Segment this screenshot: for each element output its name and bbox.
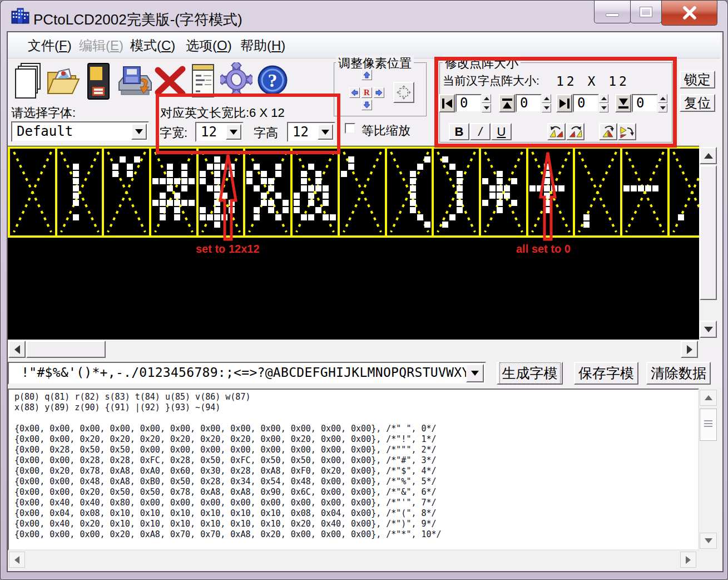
right-arrow-icon xyxy=(375,89,383,96)
move-left-button[interactable] xyxy=(349,87,360,98)
lcd-cell-6[interactable] xyxy=(290,149,338,235)
lcd-cell-10[interactable] xyxy=(479,149,526,235)
char-height-combobox[interactable]: 12 xyxy=(287,122,335,142)
lcd-cell-2[interactable] xyxy=(102,149,149,235)
trim-bottom-button[interactable] xyxy=(615,94,631,112)
lcd-cell-3[interactable] xyxy=(149,149,196,235)
flip-horizontal-button[interactable] xyxy=(618,123,636,140)
rotate-left-button[interactable] xyxy=(547,123,566,140)
trim-left-button[interactable] xyxy=(439,94,455,112)
canvas-scroll-up-button[interactable] xyxy=(700,147,717,164)
grid-x-icon xyxy=(245,149,290,235)
canvas-vscrollbar[interactable] xyxy=(699,146,718,340)
rotate-right-button[interactable] xyxy=(566,123,585,140)
bottom-trim-spinner[interactable] xyxy=(658,94,667,112)
scale-checkbox[interactable] xyxy=(345,123,355,134)
lcd-cell-8[interactable] xyxy=(385,149,432,235)
charmap-combobox[interactable]: !"#$%&'()*+,-./0123456789:;<=>?@ABCDEFGH… xyxy=(8,362,486,385)
right-trim-spinner[interactable] xyxy=(599,94,608,112)
move-down-button[interactable] xyxy=(361,100,372,110)
lcd-cell-5[interactable] xyxy=(243,149,290,235)
lcd-cell-12[interactable] xyxy=(573,149,620,235)
canvas-hscrollbar[interactable] xyxy=(8,340,699,359)
canvas-hscroll-thumb[interactable] xyxy=(26,341,106,358)
font-select-combobox[interactable]: Default xyxy=(11,121,149,142)
trim-top-button[interactable] xyxy=(499,94,515,112)
clear-data-button[interactable]: 清除数据 xyxy=(646,362,711,385)
generate-button-label: 生成字模 xyxy=(499,362,561,384)
open-file-icon[interactable] xyxy=(47,65,80,100)
print-icon[interactable] xyxy=(117,63,153,100)
output-vscrollbar[interactable] xyxy=(699,389,718,550)
grid-x-icon xyxy=(340,149,384,235)
output-scroll-down-button[interactable] xyxy=(700,533,717,549)
canvas-scroll-left-button[interactable] xyxy=(8,341,26,358)
top-trim-spinner[interactable] xyxy=(542,94,551,112)
move-up-button[interactable] xyxy=(361,70,372,80)
font-select-dropdown-button[interactable] xyxy=(131,124,147,140)
delete-icon[interactable] xyxy=(155,66,186,99)
center-pixels-button[interactable] xyxy=(393,82,414,103)
chevron-down-icon xyxy=(230,130,237,135)
right-arrow-icon xyxy=(686,556,691,564)
reset-button[interactable]: 复位 xyxy=(680,94,715,112)
down-arrow-icon xyxy=(705,538,712,543)
font-select-value: Default xyxy=(17,124,73,139)
settings-icon[interactable] xyxy=(220,62,252,99)
canvas-scroll-down-button[interactable] xyxy=(700,321,717,338)
bottom-trim-input[interactable]: 0 xyxy=(632,94,658,112)
char-width-label: 字宽: xyxy=(160,125,187,141)
bold-button[interactable]: B xyxy=(449,123,469,140)
down-arrow-icon xyxy=(363,101,370,109)
menu-bar: 文件(F)编辑(E)模式(C)选项(O)帮助(H) xyxy=(8,32,720,58)
lcd-cell-9[interactable] xyxy=(432,149,479,235)
new-file-icon[interactable] xyxy=(14,62,43,102)
canvas-scroll-right-button[interactable] xyxy=(681,341,698,358)
maximize-button[interactable] xyxy=(630,1,662,23)
lcd-cell-0[interactable] xyxy=(8,149,55,235)
lock-button[interactable]: 锁定 xyxy=(680,71,715,89)
output-scroll-right-button[interactable] xyxy=(680,552,696,568)
underline-button[interactable]: U xyxy=(491,123,512,140)
canvas-vscroll-thumb[interactable] xyxy=(700,165,717,300)
char-width-combobox[interactable]: 12 xyxy=(195,122,244,142)
move-right-button[interactable] xyxy=(374,87,384,98)
generate-button[interactable]: 生成字模 xyxy=(497,362,563,385)
pixel-position-title: 调整像素位置 xyxy=(336,55,414,72)
left-trim-input[interactable]: 0 xyxy=(455,94,482,112)
top-trim-input[interactable]: 0 xyxy=(516,94,542,112)
italic-button[interactable]: / xyxy=(470,123,491,140)
output-scroll-left-button[interactable] xyxy=(9,552,25,568)
charmap-dropdown-button[interactable] xyxy=(466,364,484,382)
right-arrow-icon xyxy=(687,345,692,354)
lcd-cell-14[interactable] xyxy=(667,149,699,235)
save-icon[interactable] xyxy=(87,62,110,104)
left-edge-icon xyxy=(441,97,453,110)
output-vscroll-thumb[interactable] xyxy=(700,409,717,441)
menu-item-options[interactable]: 选项(O) xyxy=(182,37,235,54)
lcd-cell-7[interactable] xyxy=(338,149,385,235)
minimize-button[interactable] xyxy=(594,1,631,23)
center-button[interactable]: R xyxy=(361,87,372,98)
lcd-canvas[interactable] xyxy=(8,146,699,340)
char-width-dropdown-button[interactable] xyxy=(226,124,241,140)
grid-x-icon xyxy=(670,149,699,235)
lcd-cell-13[interactable] xyxy=(620,149,667,235)
close-button[interactable] xyxy=(661,1,717,26)
left-trim-spinner[interactable] xyxy=(482,94,491,112)
flip-vertical-button[interactable] xyxy=(599,123,617,140)
output-scroll-up-button[interactable] xyxy=(700,390,717,406)
menu-item-edit[interactable]: 编辑(E) xyxy=(76,37,127,54)
report-icon[interactable] xyxy=(191,62,216,101)
menu-item-mode[interactable]: 模式(C) xyxy=(127,37,179,54)
lcd-cell-1[interactable] xyxy=(55,149,102,235)
output-textarea[interactable]: p(80) q(81) r(82) s(83) t(84) u(85) v(86… xyxy=(8,389,699,550)
save-matrix-button[interactable]: 保存字模 xyxy=(574,362,638,385)
menu-item-file[interactable]: 文件(F) xyxy=(24,37,75,54)
output-hscrollbar[interactable] xyxy=(8,550,699,569)
help-icon[interactable]: ? xyxy=(257,65,288,98)
char-height-dropdown-button[interactable] xyxy=(318,124,333,140)
right-trim-input[interactable]: 0 xyxy=(573,94,599,112)
trim-right-button[interactable] xyxy=(556,94,572,112)
menu-item-help[interactable]: 帮助(H) xyxy=(237,37,289,54)
